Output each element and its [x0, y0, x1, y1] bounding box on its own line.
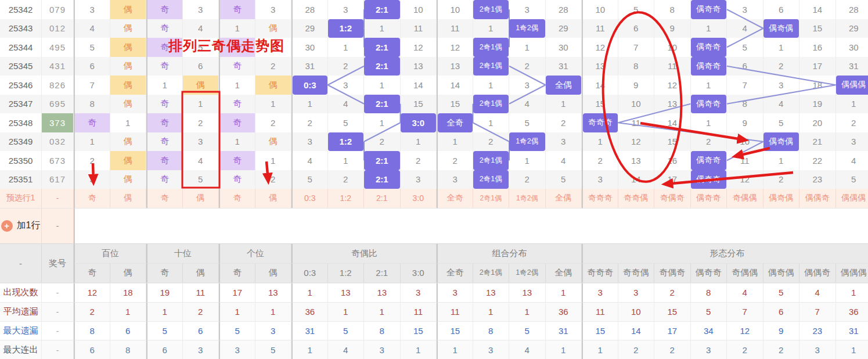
- hit-cell: 偶偶偶: [836, 76, 868, 95]
- odd-cell: 奇: [219, 38, 255, 57]
- stat-value-cell: 15: [582, 321, 618, 340]
- prediction-cell[interactable]: 奇奇偶: [618, 189, 655, 208]
- stat-value-cell: 13: [473, 283, 510, 302]
- odd-cell: 奇: [146, 57, 183, 76]
- stat-value-cell: 1: [219, 302, 255, 321]
- miss-count-cell: 10: [727, 132, 763, 152]
- miss-count-cell: 1: [763, 38, 800, 57]
- prize-cell: 617: [42, 170, 74, 189]
- prediction-cell[interactable]: 全奇: [437, 189, 473, 208]
- miss-count-cell: 14: [582, 76, 618, 95]
- hit-cell: 3:0: [401, 113, 437, 132]
- stat-value-cell: 15: [401, 321, 437, 340]
- miss-count-cell: 4: [183, 151, 219, 170]
- column-sub-header: 偶奇偶: [763, 264, 800, 283]
- stat-value-cell: 11: [582, 302, 618, 321]
- miss-count-cell: 5: [546, 170, 582, 189]
- miss-count-cell: 5: [763, 113, 800, 132]
- prediction-prize-cell: -: [42, 189, 74, 208]
- stat-value-cell: 1: [146, 302, 183, 321]
- add-row-button[interactable]: +加1行: [0, 208, 42, 245]
- prediction-cell[interactable]: 偶: [255, 189, 292, 208]
- miss-count-cell: 14: [618, 170, 655, 189]
- prediction-cell[interactable]: 偶: [183, 189, 219, 208]
- miss-count-cell: 3: [328, 76, 365, 95]
- hit-cell: 2奇1偶: [473, 38, 510, 57]
- prediction-cell[interactable]: 3:0: [401, 189, 437, 208]
- hit-cell: 偶奇奇: [691, 95, 727, 114]
- prediction-cell[interactable]: 偶偶偶: [836, 189, 868, 208]
- plus-circle-icon[interactable]: +: [1, 220, 13, 232]
- stat-value-cell: 15: [654, 302, 691, 321]
- hit-cell: 2:1: [364, 0, 401, 19]
- miss-count-cell: 17: [654, 170, 691, 189]
- stat-row-label: 最大遗漏: [0, 321, 42, 340]
- miss-count-cell: 15: [401, 95, 437, 114]
- odd-cell: 奇: [219, 57, 255, 76]
- prediction-cell[interactable]: 奇: [219, 189, 255, 208]
- odd-cell: 奇: [146, 38, 183, 57]
- miss-count-cell: 1: [509, 151, 546, 170]
- hit-cell: 偶奇偶: [763, 19, 800, 38]
- miss-count-cell: 14: [799, 0, 836, 19]
- miss-count-cell: 1: [582, 132, 618, 152]
- hit-highlight: 2:1: [364, 38, 400, 57]
- prediction-cell[interactable]: 偶: [110, 189, 147, 208]
- hit-highlight: 2奇1偶: [473, 151, 509, 170]
- miss-count-cell: 5: [509, 113, 546, 132]
- hit-cell: 1:2: [328, 132, 365, 152]
- prediction-cell[interactable]: 1奇2偶: [509, 189, 546, 208]
- miss-count-cell: 30: [836, 38, 868, 57]
- prediction-cell[interactable]: 奇奇奇: [582, 189, 618, 208]
- miss-count-cell: 13: [582, 57, 618, 76]
- odd-cell: 奇: [146, 132, 183, 152]
- miss-count-cell: 2: [255, 113, 292, 132]
- prediction-cell[interactable]: 偶奇奇: [691, 189, 727, 208]
- trend-table: 253420793偶奇3奇32832:110102奇1偶3281058偶奇奇36…: [0, 0, 868, 359]
- miss-count-cell: 10: [437, 0, 473, 19]
- miss-count-cell: 1: [255, 95, 292, 114]
- add-row-button-inner[interactable]: +加1行: [0, 220, 41, 232]
- miss-count-cell: 3: [328, 0, 365, 19]
- prediction-cell[interactable]: 奇偶奇: [654, 189, 691, 208]
- stat-value-cell: 4: [509, 340, 546, 359]
- column-sub-header: 偶偶奇: [799, 264, 836, 283]
- column-sub-header: 偶偶偶: [836, 264, 868, 283]
- miss-count-cell: 1: [255, 151, 292, 170]
- prediction-cell[interactable]: 奇: [74, 189, 110, 208]
- miss-count-cell: 2: [691, 132, 727, 152]
- miss-count-cell: 11: [582, 19, 618, 38]
- prediction-cell[interactable]: 0:3: [291, 189, 328, 208]
- prediction-cell[interactable]: 2奇1偶: [473, 189, 510, 208]
- hit-cell: 2奇1偶: [473, 95, 510, 114]
- prediction-cell[interactable]: 奇: [146, 189, 183, 208]
- prize-cell: 495: [42, 38, 74, 57]
- stat-value-cell: 3: [364, 340, 401, 359]
- prediction-cell[interactable]: 偶偶奇: [799, 189, 836, 208]
- period-cell: 25345: [0, 57, 42, 76]
- miss-count-cell: 1: [328, 38, 365, 57]
- miss-count-cell: 17: [799, 57, 836, 76]
- odd-cell: 奇: [219, 151, 255, 170]
- miss-count-cell: 12: [654, 76, 691, 95]
- stat-value-cell: 1: [364, 302, 401, 321]
- prize-cell: 079: [42, 0, 74, 19]
- miss-count-cell: 2: [183, 113, 219, 132]
- prediction-cell[interactable]: 偶奇偶: [763, 189, 800, 208]
- prediction-cell[interactable]: 全偶: [546, 189, 582, 208]
- miss-count-cell: 2: [401, 151, 437, 170]
- stat-value-cell: 13: [255, 283, 292, 302]
- miss-count-cell: 4: [183, 19, 219, 38]
- stat-dash-cell: -: [42, 302, 74, 321]
- prediction-cell[interactable]: 奇偶偶: [727, 189, 763, 208]
- stat-value-cell: 10: [618, 302, 655, 321]
- period-cell: 25344: [0, 38, 42, 57]
- stat-value-cell: 1: [437, 340, 473, 359]
- miss-count-cell: 11: [401, 19, 437, 38]
- miss-count-cell: 30: [546, 38, 582, 57]
- prediction-cell[interactable]: 2:1: [364, 189, 401, 208]
- prediction-cell[interactable]: 1:2: [328, 189, 365, 208]
- column-sub-header: 奇奇偶: [618, 264, 655, 283]
- stat-value-cell: 1: [546, 283, 582, 302]
- miss-count-cell: 3: [401, 170, 437, 189]
